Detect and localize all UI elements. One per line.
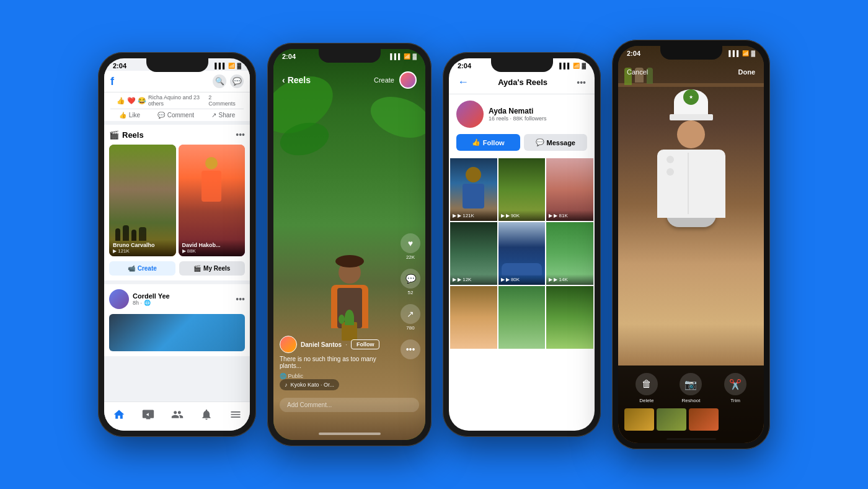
signal-icon-4: ▌▌▌ (728, 50, 740, 56)
done-button-editor[interactable]: Done (738, 68, 756, 76)
phone-3-screen: 2:04 ▌▌▌ 📶 ▓ ← Ayda's Reels ••• Ayda Nem… (449, 58, 595, 431)
fb-actions: 👍 Like 💬 Comment ↗ Share (110, 109, 244, 121)
timeline-thumb-2[interactable] (657, 408, 686, 431)
phone-2-screen: 2:04 ▌▌▌ 📶 ▓ (273, 49, 425, 440)
reel-bottom-info: Daniel Santos · Follow There is no such … (280, 336, 394, 390)
reels-feed-header: ‹ Reels Create (273, 66, 425, 94)
more-button-3[interactable]: ••• (577, 78, 586, 87)
delete-icon: 🗑 (636, 373, 658, 395)
follow-profile-button[interactable]: 👍 Follow (456, 134, 520, 151)
reel-2-stats: ▶▶ 90K (498, 210, 546, 221)
timeline-thumb-3[interactable] (689, 408, 719, 431)
comment-button[interactable]: 💬 Comment (157, 112, 194, 119)
phone-1-screen: 2:04 ▌▌▌ 📶 ▓ f 🔍 💬 (104, 58, 250, 431)
creator-name-row: Daniel Santos · Follow (301, 339, 379, 349)
reel-card-1[interactable]: Bruno Carvalho ▶ 121K (109, 145, 176, 256)
profile-reel-8[interactable] (498, 286, 546, 349)
notch-3 (491, 58, 553, 72)
message-profile-button[interactable]: 💬 Message (524, 134, 588, 151)
messenger-icon[interactable]: 💬 (230, 74, 244, 88)
nav-video[interactable] (141, 407, 156, 422)
like-reaction: 👍 (117, 97, 125, 105)
cancel-button-editor[interactable]: Cancel (627, 68, 648, 76)
editor-controls: 🗑 Delete 📷 Reshoot ✂️ Trim (618, 366, 764, 443)
more-action[interactable]: ••• (401, 339, 420, 359)
profile-username: Ayda Nemati (489, 107, 547, 115)
reels-more-button[interactable]: ••• (236, 130, 245, 140)
reels-back-button[interactable]: ‹ Reels (282, 75, 311, 85)
nav-home[interactable] (112, 407, 126, 422)
comments-count-2: 52 (408, 290, 414, 295)
reels-header-right: Create (374, 71, 417, 89)
like-action[interactable]: ♥ 22K (401, 233, 420, 260)
comment-placeholder: Add Comment... (287, 402, 332, 408)
battery-icon: ▓ (237, 63, 241, 69)
profile-reel-3[interactable]: ▶▶ 81K (546, 158, 593, 221)
creator-name: Daniel Santos (301, 341, 342, 348)
reels-buttons: 📹 Create 🎬 My Reels (109, 261, 245, 276)
reels-grid: Bruno Carvalho ▶ 121K David Hak (109, 145, 245, 256)
status-icons-2: ▌▌▌ 📶 ▓ (390, 53, 417, 60)
reaction-section: 👍 ❤️ 😂 Richa Aquino and 23 others 2 Comm… (104, 92, 250, 121)
share-action[interactable]: ↗ 780 (401, 304, 420, 331)
profile-reel-5[interactable]: ▶▶ 80K (498, 222, 546, 285)
shares-count: 780 (406, 325, 414, 331)
profile-reel-1[interactable]: ▶▶ 121K (450, 158, 497, 221)
reel-audio-row[interactable]: ♪ Kyoko Kato · Or... (280, 379, 339, 390)
create-reel-button[interactable]: 📹 Create (109, 261, 175, 276)
reel-card-2[interactable]: David Hakob... ▶ 88K (179, 145, 246, 256)
reshoot-label: Reshoot (682, 398, 701, 403)
fb-logo: f (110, 75, 114, 88)
profile-reel-4[interactable]: ▶▶ 12K (450, 222, 497, 285)
reel-actions-sidebar: ♥ 22K 💬 52 ↗ 780 ••• (401, 233, 420, 359)
author-meta: 8h · 🌐 (133, 300, 170, 306)
editor-header: Cancel Done (618, 63, 764, 81)
profile-avatar-header[interactable] (399, 71, 417, 89)
search-icon[interactable]: 🔍 (213, 74, 226, 88)
post-more-button[interactable]: ••• (236, 294, 245, 304)
profile-reel-2[interactable]: ▶▶ 90K (498, 158, 546, 221)
battery-icon-4: ▓ (751, 50, 755, 56)
profile-reel-6[interactable]: ▶▶ 14K (546, 222, 593, 285)
profile-page-title: Ayda's Reels (498, 78, 547, 87)
reactions-left: 👍 ❤️ 😂 Richa Aquino and 23 others (117, 94, 208, 107)
share-button[interactable]: ↗ Share (211, 112, 236, 119)
back-button-3[interactable]: ← (458, 76, 469, 89)
delete-tool[interactable]: 🗑 Delete (636, 373, 658, 403)
my-reels-icon: 🎬 (193, 265, 201, 272)
my-reels-label: My Reels (203, 265, 230, 272)
timeline-thumb-1[interactable] (624, 408, 654, 431)
phone-3-frame: 2:04 ▌▌▌ 📶 ▓ ← Ayda's Reels ••• Ayda Nem… (443, 52, 601, 437)
status-time-4: 2:04 (627, 50, 640, 57)
comment-action[interactable]: 💬 52 (401, 269, 420, 295)
share-icon-2: ↗ (401, 304, 420, 324)
profile-reel-9[interactable] (546, 286, 593, 349)
reshoot-tool[interactable]: 📷 Reshoot (680, 373, 702, 403)
comments-count: 2 Comments (208, 94, 237, 107)
comment-input[interactable]: Add Comment... (280, 398, 419, 412)
phone-1-frame: 2:04 ▌▌▌ 📶 ▓ f 🔍 💬 (98, 52, 256, 437)
comment-label: Comment (167, 112, 194, 119)
reel-public-label: 🌐 Public (280, 373, 394, 379)
follow-button[interactable]: Follow (351, 339, 380, 349)
reels-label: Reels (122, 130, 144, 140)
status-time-2: 2:04 (282, 53, 296, 60)
reels-section: 🎬 Reels ••• (104, 125, 250, 280)
profile-avatar-large (456, 101, 484, 128)
trim-tool[interactable]: ✂️ Trim (724, 373, 746, 403)
notch-2 (319, 49, 381, 63)
create-button-2[interactable]: Create (374, 76, 394, 84)
post-preview: Cordell Yee 8h · 🌐 ••• (104, 284, 250, 356)
like-button[interactable]: 👍 Like (119, 112, 140, 119)
phone-4-frame: 2:04 ▌▌▌ 📶 ▓ (612, 40, 770, 449)
reels-header-title: Reels (288, 75, 311, 85)
my-reels-button[interactable]: 🎬 My Reels (179, 261, 246, 276)
delete-label: Delete (639, 398, 653, 403)
nav-notifications[interactable] (199, 407, 214, 422)
profile-reel-7[interactable] (450, 286, 497, 349)
nav-menu[interactable] (228, 407, 243, 422)
reaction-count: Richa Aquino and 23 others (148, 94, 208, 107)
share-label: Share (219, 112, 236, 119)
profile-reels-header: ← Ayda's Reels ••• (449, 71, 595, 94)
nav-people[interactable] (170, 407, 185, 422)
